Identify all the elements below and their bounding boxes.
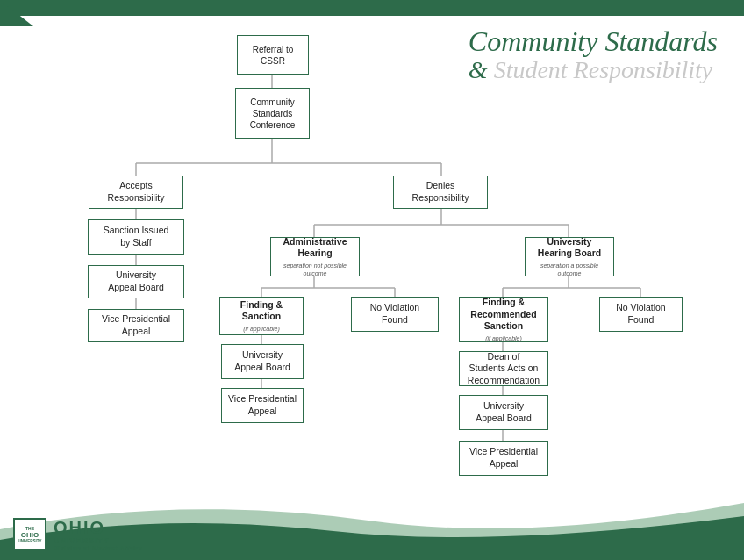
finding-sanction-box: Finding & Sanction (if applicable) xyxy=(219,297,304,335)
univ-hearing-label: University Hearing Board xyxy=(538,236,601,260)
admin-hearing-label: Administrative Hearing xyxy=(283,236,347,260)
univ-hearing-board-box: University Hearing Board separation a po… xyxy=(525,237,614,276)
logo-area: THE OHIO UNIVERSITY OHIO UNIVERSITY Divi… xyxy=(13,518,142,551)
admin-hearing-sub: separation not possible outcome xyxy=(275,262,354,277)
ohio-text-group: OHIO UNIVERSITY Division of Student Affa… xyxy=(54,519,142,551)
top-bar xyxy=(0,0,744,16)
univ-appeal-mid-box: University Appeal Board xyxy=(221,344,304,379)
sanction-staff-box: Sanction Issued by Staff xyxy=(88,219,184,255)
ohio-logo-inner: THE OHIO UNIVERSITY xyxy=(18,526,41,544)
finding-recommended-label: Finding & Recommended Sanction xyxy=(470,297,536,333)
ohio-logo-box: THE OHIO UNIVERSITY xyxy=(13,518,46,551)
community-conf-box: Community Standards Conference xyxy=(235,88,310,139)
no-violation-right-box: No Violation Found xyxy=(599,297,683,332)
referral-box: Referral to CSSR xyxy=(237,35,309,75)
vice-pres-mid-box: Vice Presidential Appeal xyxy=(221,388,304,423)
ohio-text-main: OHIO xyxy=(54,519,142,536)
accepts-box: Accepts Responsibility xyxy=(89,176,183,209)
finding-recommended-box: Finding & Recommended Sanction (if appli… xyxy=(459,297,548,342)
vice-pres-left-box: Vice Presidential Appeal xyxy=(88,309,184,342)
finding-sanction-label: Finding & Sanction xyxy=(240,299,283,323)
univ-appeal-left-box: University Appeal Board xyxy=(88,265,184,298)
denies-box: Denies Responsibility xyxy=(393,176,488,209)
dean-students-box: Dean of Students Acts on Recommendation xyxy=(459,351,548,386)
finding-sanction-sub: (if applicable) xyxy=(243,325,280,333)
univ-hearing-sub: separation a possible outcome xyxy=(530,262,609,277)
university-label: UNIVERSITY xyxy=(54,536,142,545)
division-label: Division of Student Affairs xyxy=(54,545,142,551)
admin-hearing-box: Administrative Hearing separation not po… xyxy=(270,237,360,276)
flowchart: Referral to CSSR Community Standards Con… xyxy=(0,16,744,477)
no-violation-mid-box: No Violation Found xyxy=(351,297,439,332)
vice-pres-right-box: Vice Presidential Appeal xyxy=(459,441,548,476)
univ-appeal-right-box: University Appeal Board xyxy=(459,395,548,430)
finding-recommended-sub: (if applicable) xyxy=(485,334,522,342)
